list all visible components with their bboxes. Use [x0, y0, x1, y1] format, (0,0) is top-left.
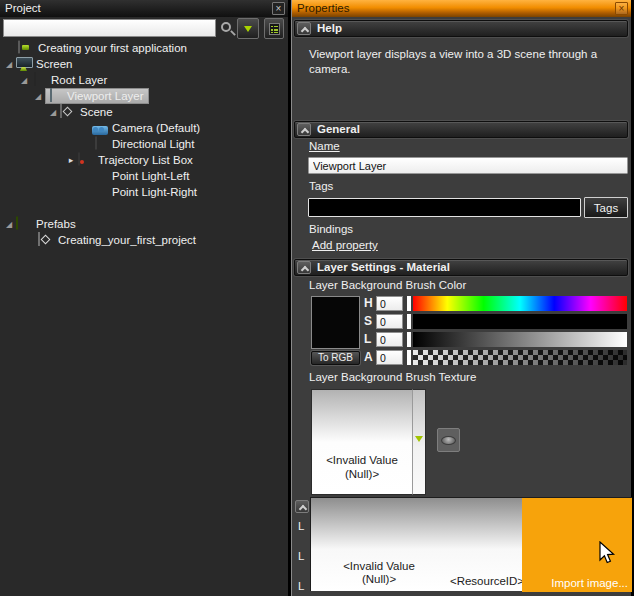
- expand-arrow-icon[interactable]: ◢: [46, 108, 60, 117]
- tree-item-label: Scene: [80, 105, 113, 119]
- alpha-slider-handle[interactable]: [407, 350, 411, 365]
- dropdown-arrow-icon: [415, 436, 423, 446]
- hue-gradient-slider[interactable]: [413, 296, 627, 311]
- resource-dropdown-popup: <Invalid Value (Null)> <ResourceID> Impo…: [311, 497, 632, 591]
- collapse-section-icon[interactable]: [297, 22, 311, 35]
- tree-item-camera[interactable]: Camera (Default): [0, 120, 288, 136]
- properties-panel: Properties × Help Viewport layer display…: [291, 0, 631, 596]
- tree-item-point-light-left[interactable]: Point Light-Left: [0, 168, 288, 184]
- section-header-general[interactable]: General: [294, 121, 628, 138]
- tree-item-trajectory-list-box[interactable]: ▸ Trajectory List Box: [0, 152, 288, 168]
- prefabs-icon: [16, 216, 18, 230]
- tree-item-directional-light[interactable]: Directional Light: [0, 136, 288, 152]
- tree-item-point-light-right[interactable]: Point Light-Right: [0, 184, 288, 200]
- search-options-dropdown-button[interactable]: [237, 18, 259, 39]
- lightness-label: L: [364, 332, 371, 346]
- tree-item-prefab-project[interactable]: Creating_your_first_project: [0, 232, 288, 248]
- hidden-label-fragment: L: [298, 580, 304, 592]
- expand-arrow-icon[interactable]: ◢: [2, 60, 16, 69]
- application-window: Project × Creating your first applicatio…: [0, 0, 634, 596]
- tree-item-label: Creating_your_first_project: [58, 233, 196, 247]
- collapse-arrow-icon[interactable]: ▸: [64, 155, 78, 165]
- tree-item-prefabs[interactable]: ◢ Prefabs: [0, 216, 288, 232]
- saturation-gradient-slider[interactable]: [413, 314, 627, 329]
- hidden-label-fragment: L: [298, 550, 304, 562]
- alpha-channel-row: A: [364, 350, 627, 366]
- layer-icon: [34, 72, 36, 86]
- section-header-help[interactable]: Help: [294, 20, 628, 37]
- expand-arrow-icon[interactable]: ◢: [17, 76, 31, 85]
- trajectory-list-box-icon: [78, 152, 80, 166]
- tree-item-scene[interactable]: ◢ Scene: [0, 104, 288, 120]
- hue-channel-row: H: [364, 296, 627, 312]
- preview-eye-button[interactable]: [437, 428, 460, 452]
- section-title: General: [317, 123, 360, 135]
- hue-slider-handle[interactable]: [407, 296, 411, 311]
- view-options-button[interactable]: [264, 18, 284, 39]
- name-field[interactable]: [308, 157, 628, 174]
- mouse-cursor-icon: [598, 541, 618, 565]
- properties-panel-titlebar[interactable]: Properties ×: [292, 0, 631, 17]
- tags-field[interactable]: [308, 198, 581, 217]
- tree-item-label: Root Layer: [51, 73, 107, 87]
- expand-arrow-icon[interactable]: ◢: [2, 220, 16, 229]
- search-input[interactable]: [3, 19, 216, 37]
- tags-button[interactable]: Tags: [584, 197, 628, 218]
- saturation-value-input[interactable]: [376, 314, 403, 329]
- project-close-button[interactable]: ×: [272, 2, 285, 15]
- popup-resource-id-option[interactable]: <ResourceID>: [439, 575, 535, 587]
- color-swatch[interactable]: [311, 296, 360, 349]
- collapse-section-icon[interactable]: [297, 261, 311, 274]
- alpha-label: A: [364, 350, 373, 364]
- selected-row-highlight[interactable]: Viewport Layer: [45, 88, 149, 104]
- tree-item-label: Viewport Layer: [67, 89, 144, 103]
- brush-texture-label: Layer Background Brush Texture: [309, 371, 476, 383]
- alpha-value-input[interactable]: [376, 350, 403, 365]
- lightness-gradient-slider[interactable]: [413, 332, 627, 347]
- project-panel-title: Project: [5, 2, 41, 14]
- tree-item-application[interactable]: Creating your first application: [0, 40, 288, 56]
- lightness-value-input[interactable]: [376, 332, 403, 347]
- tree-item-screen[interactable]: ◢ Screen: [0, 56, 288, 72]
- saturation-channel-row: S: [364, 314, 627, 330]
- popup-invalid-value-option[interactable]: <Invalid Value (Null)>: [323, 560, 435, 586]
- texture-dropdown[interactable]: <Invalid Value (Null)>: [311, 389, 412, 495]
- tree-item-label: Directional Light: [112, 137, 194, 151]
- lightness-slider-handle[interactable]: [407, 332, 411, 347]
- alpha-gradient-slider[interactable]: [413, 350, 627, 365]
- tree-item-label: Point Light-Left: [112, 169, 189, 183]
- camera-icon: [92, 126, 108, 135]
- tree-item-viewport-layer-selected[interactable]: ◢ Viewport Layer: [0, 88, 288, 104]
- texture-value-line1: <Invalid Value: [312, 453, 412, 467]
- viewport-layer-icon: [50, 88, 52, 102]
- prefab-icon: [38, 232, 40, 246]
- lightness-channel-row: L: [364, 332, 627, 348]
- project-icon: [18, 40, 20, 54]
- list-view-icon: [269, 23, 280, 35]
- texture-value-line2: (Null)>: [312, 467, 412, 481]
- saturation-slider-handle[interactable]: [407, 314, 411, 329]
- tree-item-label: Trajectory List Box: [98, 153, 193, 167]
- expand-arrow-icon[interactable]: ◢: [31, 92, 45, 101]
- section-title: Layer Settings - Material: [317, 261, 450, 273]
- collapse-section-icon[interactable]: [297, 123, 311, 136]
- texture-dropdown-strip[interactable]: [412, 389, 426, 495]
- add-property-link[interactable]: Add property: [312, 239, 378, 251]
- properties-close-button[interactable]: ×: [615, 2, 628, 15]
- tree-item-root-layer[interactable]: ◢ Root Layer: [0, 72, 288, 88]
- tree-item-label: Camera (Default): [112, 121, 200, 135]
- chevron-down-icon: [244, 26, 252, 36]
- hue-label: H: [364, 296, 373, 310]
- tree-item-label: Point Light-Right: [112, 185, 197, 199]
- hidden-label-fragment: L: [298, 520, 304, 532]
- name-label[interactable]: Name: [309, 140, 340, 152]
- project-panel-titlebar[interactable]: Project ×: [0, 0, 288, 17]
- collapse-section-icon[interactable]: [295, 500, 309, 513]
- brush-color-label: Layer Background Brush Color: [309, 279, 466, 291]
- to-rgb-button[interactable]: To RGB: [311, 351, 360, 365]
- section-header-layer-settings[interactable]: Layer Settings - Material: [294, 259, 628, 276]
- directional-light-icon: [95, 136, 97, 150]
- tree-item-label: Screen: [36, 57, 72, 71]
- search-icon: [221, 22, 231, 32]
- hue-value-input[interactable]: [376, 296, 403, 311]
